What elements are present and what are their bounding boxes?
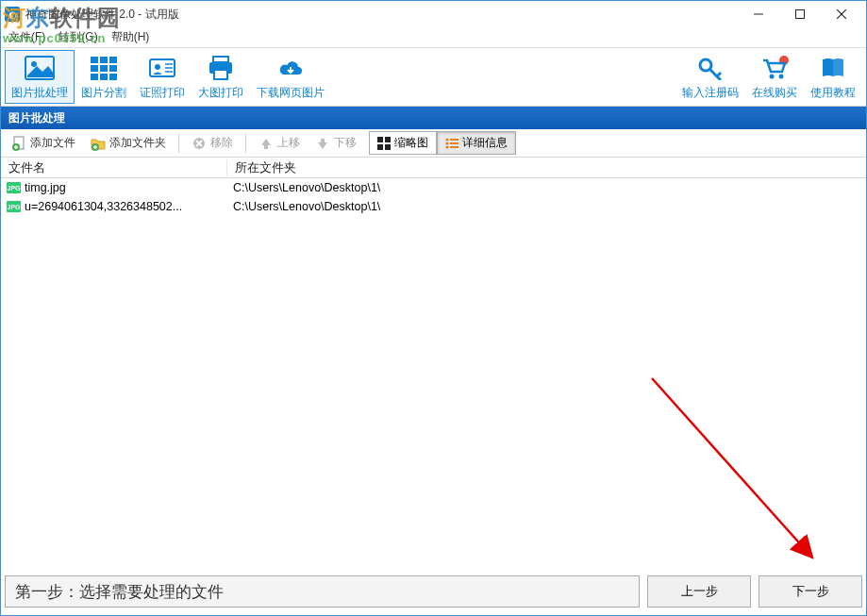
file-folder: C:\Users\Lenovo\Desktop\1\ — [227, 200, 866, 213]
id-card-icon — [146, 53, 178, 83]
svg-rect-12 — [91, 74, 98, 80]
svg-rect-13 — [100, 74, 108, 80]
window-title: 神奇图像处理软件 2.0 - 试用版 — [25, 7, 179, 23]
book-icon — [817, 53, 849, 83]
svg-rect-7 — [100, 57, 108, 63]
svg-rect-10 — [100, 65, 108, 72]
svg-rect-39 — [377, 137, 383, 142]
grid-icon — [88, 53, 120, 83]
svg-rect-6 — [91, 57, 98, 63]
list-header: 文件名 所在文件夹 — [1, 158, 866, 178]
add-folder-icon — [91, 136, 106, 151]
menu-file[interactable]: 文件(F) — [5, 27, 49, 47]
svg-point-16 — [155, 64, 160, 70]
file-name: u=2694061304,3326348502... — [25, 200, 182, 213]
panel-title: 图片批处理 — [8, 110, 65, 126]
move-up-button[interactable]: 上移 — [252, 131, 307, 155]
svg-rect-9 — [91, 65, 98, 72]
svg-rect-22 — [214, 70, 227, 79]
printer-icon — [205, 53, 237, 83]
svg-rect-40 — [385, 137, 391, 142]
remove-button[interactable]: 移除 — [185, 131, 240, 155]
ribbon-id-print[interactable]: 证照打印 — [133, 50, 192, 104]
cloud-download-icon — [275, 53, 307, 83]
table-row[interactable]: JPGu=2694061304,3326348502...C:\Users\Le… — [1, 197, 866, 216]
table-row[interactable]: JPGtimg.jpgC:\Users\Lenovo\Desktop\1\ — [1, 178, 866, 197]
file-list: JPGtimg.jpgC:\Users\Lenovo\Desktop\1\JPG… — [1, 178, 866, 539]
arrow-down-icon — [315, 136, 330, 151]
jpg-file-icon: JPG — [7, 182, 21, 193]
wizard-footer: 第一步：选择需要处理的文件 上一步 下一步 — [5, 575, 862, 608]
jpg-file-icon: JPG — [7, 201, 21, 212]
ribbon-big-print[interactable]: 大图打印 — [192, 50, 250, 104]
cart-icon — [759, 53, 791, 83]
view-thumbnail-button[interactable]: 缩略图 — [369, 131, 437, 155]
image-icon — [24, 53, 56, 83]
remove-icon — [192, 136, 207, 151]
svg-rect-11 — [109, 65, 117, 72]
ribbon-enter-reg-code[interactable]: 输入注册码 — [675, 50, 745, 104]
ribbon-download-web-images[interactable]: 下载网页图片 — [250, 50, 331, 104]
key-icon — [694, 53, 726, 83]
column-folder[interactable]: 所在文件夹 — [227, 159, 866, 176]
svg-point-43 — [445, 138, 448, 141]
panel-header: 图片批处理 — [1, 107, 866, 129]
svg-rect-1 — [796, 10, 805, 19]
menu-goto[interactable]: 转到(G) — [55, 27, 101, 47]
svg-rect-42 — [385, 144, 391, 150]
file-name: timg.jpg — [25, 181, 66, 194]
menu-help[interactable]: 帮助(H) — [108, 27, 154, 47]
svg-point-5 — [31, 61, 37, 67]
move-down-button[interactable]: 下移 — [308, 131, 363, 155]
svg-line-25 — [717, 73, 721, 76]
svg-rect-8 — [109, 57, 117, 63]
minimize-button[interactable] — [738, 1, 779, 27]
svg-rect-41 — [377, 144, 383, 150]
svg-point-28 — [779, 75, 784, 79]
svg-point-27 — [770, 75, 775, 79]
next-step-button[interactable]: 下一步 — [759, 575, 862, 608]
maximize-button[interactable] — [779, 1, 821, 27]
svg-rect-14 — [109, 74, 117, 80]
svg-point-45 — [445, 145, 448, 148]
add-folder-button[interactable]: 添加文件夹 — [84, 131, 173, 155]
add-file-button[interactable]: 添加文件 — [5, 131, 82, 155]
arrow-up-icon — [258, 136, 274, 151]
svg-point-44 — [445, 142, 448, 144]
ribbon-batch-process[interactable]: 图片批处理 — [5, 50, 75, 104]
menu-bar: 文件(F) 转到(G) 帮助(H) — [1, 27, 866, 48]
ribbon-buy-online[interactable]: 在线购买 — [745, 50, 804, 104]
title-bar: ◐ 神奇图像处理软件 2.0 - 试用版 — [1, 1, 866, 27]
add-file-icon — [11, 136, 26, 151]
file-toolbar: 添加文件 添加文件夹 移除 上移 下移 缩略图 详细信息 — [1, 129, 866, 158]
close-button[interactable] — [821, 1, 862, 27]
view-detail-button[interactable]: 详细信息 — [437, 131, 516, 155]
column-filename[interactable]: 文件名 — [1, 159, 227, 176]
file-folder: C:\Users\Lenovo\Desktop\1\ — [227, 181, 866, 194]
ribbon-image-split[interactable]: 图片分割 — [75, 50, 133, 104]
prev-step-button[interactable]: 上一步 — [647, 575, 751, 608]
thumbnail-icon — [377, 137, 391, 150]
svg-rect-20 — [213, 57, 228, 62]
app-icon: ◐ — [5, 7, 20, 22]
ribbon-toolbar: 图片批处理 图片分割 证照打印 大图打印 下载网页图片 输入注册码 在线购买 使… — [1, 48, 866, 107]
ribbon-tutorial[interactable]: 使用教程 — [804, 50, 862, 104]
step-description: 第一步：选择需要处理的文件 — [5, 575, 640, 608]
list-icon — [445, 137, 459, 150]
